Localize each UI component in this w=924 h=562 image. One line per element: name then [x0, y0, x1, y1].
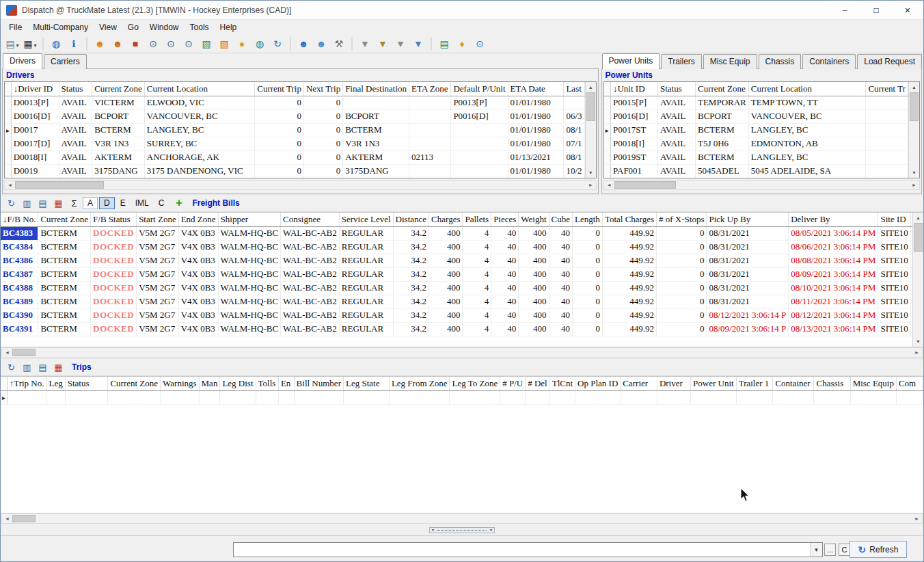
column-header[interactable]: # P/U — [500, 377, 526, 390]
table-cell[interactable] — [621, 390, 657, 404]
table-cell[interactable]: D0018[I] — [11, 150, 59, 164]
table-cell[interactable]: 400 — [519, 240, 549, 254]
table-cell[interactable] — [575, 390, 621, 404]
table-cell[interactable]: REGULAR — [339, 254, 393, 267]
table-cell[interactable]: 0 — [255, 150, 304, 164]
table-cell[interactable]: BC4383 — [1, 226, 38, 240]
power-units-horizontal-scrollbar[interactable] — [603, 180, 920, 190]
table-cell[interactable]: 08/05/2021 3:06:14 PM — [789, 226, 878, 240]
table-cell[interactable]: 400 — [519, 281, 549, 295]
column-header[interactable]: Driver — [657, 377, 690, 390]
table-cell[interactable]: 01/01/1980 — [508, 123, 564, 137]
table-cell[interactable]: P0016[D] — [610, 109, 657, 123]
table-cell[interactable]: V4X 0B3 — [178, 240, 218, 254]
table-cell[interactable]: 0 — [657, 322, 707, 336]
table-cell[interactable]: 40 — [491, 240, 519, 254]
find-freight-bill-icon[interactable]: ⊙ — [145, 36, 161, 51]
driver-list-icon[interactable]: ☻ — [109, 36, 126, 51]
scroll-up-icon[interactable] — [913, 213, 923, 223]
table-cell[interactable]: 0 — [573, 281, 603, 295]
table-row[interactable]: P0018[I]AVAILT5J 0H6EDMONTON, AB — [604, 137, 908, 150]
column-header[interactable]: Distance — [393, 213, 429, 226]
table-cell[interactable] — [500, 390, 526, 404]
table-cell[interactable]: WALM-HQ-BC — [218, 254, 281, 267]
table-cell[interactable]: REGULAR — [339, 322, 393, 336]
scroll-up-icon[interactable] — [909, 82, 919, 92]
scroll-track[interactable] — [913, 252, 923, 336]
table-cell[interactable]: 0 — [657, 295, 707, 308]
freight-bills-horizontal-scrollbar[interactable] — [1, 347, 923, 358]
table-cell[interactable]: BCTERM — [38, 254, 91, 267]
table-cell[interactable]: 34.2 — [393, 240, 429, 254]
table-cell[interactable]: D0016[D] — [11, 109, 59, 123]
column-header[interactable]: Leg To Zone — [450, 377, 500, 390]
column-header[interactable]: Current Zone — [92, 82, 145, 96]
table-cell[interactable]: D0017 — [11, 123, 59, 137]
menu-item-help[interactable]: Help — [215, 21, 243, 34]
refresh-freight-bills-icon[interactable]: ↻ — [4, 196, 18, 210]
tab-power-units[interactable]: Power Units — [602, 53, 660, 69]
column-header[interactable]: Deliver By — [789, 213, 878, 226]
column-header[interactable]: Leg Dist — [220, 377, 256, 390]
table-cell[interactable] — [65, 390, 108, 404]
table-cell[interactable]: 40 — [549, 240, 572, 254]
table-cell[interactable] — [220, 390, 256, 404]
table-cell[interactable]: 08/09/2021 3:06:14 PM — [789, 267, 878, 281]
column-header[interactable]: ↓Unit ID — [610, 82, 657, 96]
table-cell[interactable]: P0015[P] — [610, 96, 657, 109]
table-cell[interactable]: P0016[D] — [451, 109, 508, 123]
scroll-thumb[interactable] — [15, 181, 104, 189]
table-cell[interactable]: 0 — [303, 150, 342, 164]
column-header[interactable]: F/B Status — [91, 213, 137, 226]
detail-view-icon[interactable]: ▦ — [51, 196, 66, 210]
table-row[interactable]: P0016[D]AVAILBCPORTVANCOUVER, BC — [604, 109, 908, 123]
table-cell[interactable]: 0 — [573, 226, 603, 240]
table-cell[interactable]: WALM-HQ-BC — [218, 322, 281, 336]
sum-icon[interactable]: Σ — [67, 196, 81, 210]
table-cell[interactable]: 40 — [491, 295, 519, 308]
table-cell[interactable]: P0017ST — [610, 123, 657, 137]
table-cell[interactable]: 400 — [429, 254, 463, 267]
table-cell[interactable]: 0 — [573, 267, 603, 281]
table-cell[interactable]: WAL-BC-AB2 — [281, 308, 340, 322]
table-cell[interactable]: 400 — [519, 254, 549, 267]
maximize-button[interactable] — [860, 1, 892, 19]
table-cell[interactable] — [657, 390, 690, 404]
scroll-right-icon[interactable] — [586, 180, 596, 189]
table-cell[interactable]: V4X 0B3 — [178, 267, 218, 281]
table-cell[interactable]: REGULAR — [339, 295, 393, 308]
table-cell[interactable]: 449.92 — [602, 322, 656, 336]
table-cell[interactable]: 4 — [463, 267, 491, 281]
table-cell[interactable] — [46, 390, 65, 404]
table-cell[interactable]: 3175 DANDENONG, VIC — [144, 164, 254, 178]
scroll-track[interactable] — [36, 348, 912, 357]
truck-icon[interactable]: ■ — [127, 36, 144, 51]
search-icon[interactable]: ⊙ — [472, 36, 488, 51]
table-cell[interactable] — [161, 390, 200, 404]
splitter-collapse-control[interactable] — [429, 527, 495, 533]
tab-drivers[interactable]: Drivers — [3, 53, 42, 69]
refresh-icon[interactable]: ↻ — [269, 36, 286, 51]
table-cell[interactable]: AVAIL — [657, 109, 695, 123]
table-cell[interactable] — [256, 390, 278, 404]
scroll-left-icon[interactable] — [5, 180, 15, 189]
column-header[interactable]: Chassis — [814, 377, 850, 390]
table-cell[interactable]: 400 — [519, 267, 549, 281]
table-cell[interactable]: DOCKED — [91, 267, 137, 281]
table-cell[interactable]: 01/01/1980 — [508, 137, 564, 150]
table-cell[interactable]: V5M 2G7 — [137, 254, 179, 267]
table-cell[interactable]: WAL-BC-AB2 — [281, 267, 340, 281]
table-cell[interactable]: 449.92 — [602, 295, 656, 308]
table-cell[interactable]: P0019ST — [610, 150, 657, 164]
table-cell[interactable]: 07/1 — [564, 137, 584, 150]
table-cell[interactable]: 08/1 — [564, 150, 584, 164]
table-cell[interactable]: BC4390 — [1, 308, 38, 322]
table-cell[interactable]: 08/09/2021 3:06:14 P — [707, 322, 789, 336]
grid-view-icon[interactable]: ▥ — [20, 360, 34, 374]
table-cell[interactable]: 34.2 — [393, 295, 429, 308]
table-cell[interactable]: BCPORT — [695, 109, 748, 123]
table-cell[interactable] — [866, 150, 908, 164]
trips-horizontal-scrollbar[interactable] — [1, 513, 923, 524]
table-cell[interactable] — [451, 150, 508, 164]
table-cell[interactable]: 40 — [491, 254, 519, 267]
